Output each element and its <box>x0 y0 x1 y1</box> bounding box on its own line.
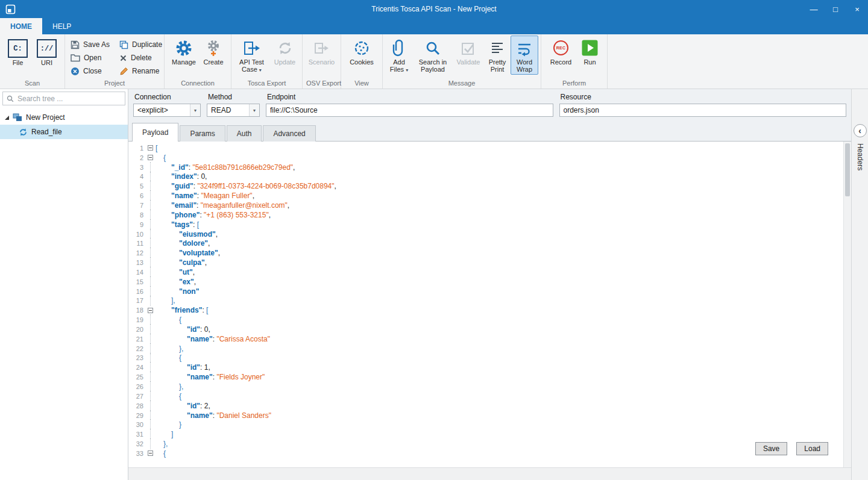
code-text[interactable]: [ <box>156 144 157 152</box>
save-as-button[interactable]: Save As <box>66 38 114 51</box>
uri-button[interactable]: :// URI <box>33 36 61 68</box>
duplicate-button[interactable]: Duplicate <box>115 38 166 51</box>
vertical-scrollbar-thumb[interactable] <box>845 143 850 196</box>
code-text[interactable]: } <box>156 420 181 429</box>
close-project-button[interactable]: Close <box>66 64 114 78</box>
code-text[interactable]: "name": "Carissa Acosta" <box>156 335 270 343</box>
pretty-print-button[interactable]: Pretty Print <box>484 36 511 75</box>
cookie-icon <box>353 39 370 57</box>
run-button[interactable]: Run <box>577 36 603 67</box>
code-text[interactable]: "ex", <box>156 278 196 286</box>
code-text[interactable]: "phone": "+1 (863) 553-3215", <box>156 211 271 219</box>
code-text[interactable]: "_id": "5e81c88b791c866eb29c79ed", <box>156 163 295 172</box>
code-text[interactable]: "eiusmod", <box>156 230 218 238</box>
line-number: 19 <box>128 316 145 323</box>
tab-advanced[interactable]: Advanced <box>263 125 315 142</box>
line-number: 4 <box>128 173 145 180</box>
code-text[interactable]: ], <box>156 296 175 305</box>
line-number: 13 <box>128 259 145 266</box>
payload-editor[interactable]: 1[2{3"_id": "5e81c88b791c866eb29c79ed",4… <box>128 142 851 467</box>
code-text[interactable]: "name": "Fields Joyner" <box>156 373 265 381</box>
code-text[interactable]: "name": "Meagan Fuller", <box>156 192 254 200</box>
tree-item-new-project[interactable]: New Project <box>0 110 128 125</box>
line-number: 22 <box>128 345 145 352</box>
cookies-button[interactable]: Cookies <box>345 36 379 67</box>
code-text[interactable]: }, <box>156 382 183 391</box>
chevron-down-icon[interactable]: ▾ <box>190 104 200 116</box>
fold-toggle-icon[interactable] <box>145 143 156 153</box>
code-text[interactable]: { <box>156 316 181 324</box>
editor-line: 20"id": 0, <box>128 325 851 334</box>
file-button[interactable]: C: File <box>4 36 33 68</box>
code-text[interactable]: }, <box>156 440 168 448</box>
code-text[interactable]: "id": 2, <box>156 402 210 410</box>
tab-help[interactable]: HELP <box>42 18 81 34</box>
code-text[interactable]: "id": 1, <box>156 363 210 372</box>
tab-auth[interactable]: Auth <box>227 125 262 142</box>
api-test-case-button[interactable]: API Test Case ▾ <box>234 36 270 76</box>
editor-line: 19{ <box>128 315 851 325</box>
fold-toggle-icon[interactable] <box>145 153 156 163</box>
code-text[interactable]: "ut", <box>156 268 195 276</box>
method-select[interactable]: READ ▾ <box>207 104 260 117</box>
tree-item-read-file[interactable]: Read_file <box>0 125 128 139</box>
search-in-payload-button[interactable]: Search in Payload <box>413 36 453 75</box>
sync-arrows-icon <box>277 39 294 57</box>
paperclip-icon <box>391 39 407 57</box>
ribbon-group-message: Add Files ▾ Search in Payload Validate <box>383 34 541 89</box>
save-button[interactable]: Save <box>755 442 787 455</box>
tree-expander-icon[interactable] <box>5 116 9 120</box>
code-text[interactable]: ] <box>156 430 173 438</box>
create-button[interactable]: Create <box>200 36 227 67</box>
minimize-button[interactable]: — <box>803 0 825 18</box>
headers-panel-toggle[interactable]: ‹ <box>854 124 867 137</box>
code-text[interactable]: "friends": [ <box>156 306 208 314</box>
code-text[interactable]: "name": "Daniel Sanders" <box>156 411 271 420</box>
close-button[interactable]: × <box>846 0 868 18</box>
scenario-arrow-icon <box>313 39 330 57</box>
code-text[interactable]: "dolore", <box>156 239 210 248</box>
open-button[interactable]: Open <box>66 51 114 64</box>
code-text[interactable]: "guid": "324f9ff1-0373-4224-b069-08c35b7… <box>156 182 336 190</box>
add-files-button[interactable]: Add Files ▾ <box>385 36 413 76</box>
resource-input[interactable] <box>559 104 847 117</box>
manage-button[interactable]: Manage <box>168 36 200 67</box>
tab-payload[interactable]: Payload <box>132 123 178 142</box>
code-text[interactable]: { <box>156 392 181 401</box>
code-text[interactable]: "culpa", <box>156 258 207 267</box>
code-text[interactable]: "voluptate", <box>156 249 220 257</box>
code-text[interactable]: "index": 0, <box>156 172 207 181</box>
connection-label: Connection <box>133 93 201 101</box>
horizontal-scrollbar[interactable] <box>128 467 851 480</box>
tab-params[interactable]: Params <box>180 125 225 142</box>
code-text[interactable]: "non" <box>156 287 199 296</box>
code-text[interactable]: "id": 0, <box>156 325 210 334</box>
maximize-button[interactable]: □ <box>825 0 846 18</box>
word-wrap-button[interactable]: Word Wrap <box>511 36 538 75</box>
ribbon-group-label-view: View <box>341 79 382 89</box>
line-number: 20 <box>128 326 145 333</box>
code-text[interactable]: }, <box>156 344 183 353</box>
editor-line: 21"name": "Carissa Acosta" <box>128 334 851 344</box>
fold-toggle-icon[interactable] <box>145 449 156 458</box>
record-button[interactable]: REC Record <box>546 36 577 67</box>
line-number: 33 <box>128 450 145 457</box>
delete-button[interactable]: Delete <box>115 51 166 64</box>
code-text[interactable]: { <box>156 154 166 162</box>
tab-home[interactable]: HOME <box>0 18 42 34</box>
endpoint-input[interactable] <box>266 104 553 117</box>
connection-select[interactable]: <explicit> ▾ <box>133 104 201 117</box>
fold-toggle-icon[interactable] <box>145 305 156 315</box>
code-text[interactable]: "tags": [ <box>156 220 199 229</box>
chevron-down-icon[interactable]: ▾ <box>249 104 259 116</box>
validate-button: Validate <box>453 36 484 67</box>
code-text[interactable]: "email": "meaganfuller@nixelt.com", <box>156 201 289 210</box>
vertical-scrollbar[interactable] <box>843 142 851 467</box>
code-text[interactable]: { <box>156 354 181 362</box>
code-text[interactable]: { <box>156 449 166 458</box>
load-button[interactable]: Load <box>796 442 828 455</box>
headers-panel-collapsed[interactable]: ‹ Headers <box>851 89 868 480</box>
rename-button[interactable]: Rename <box>115 64 166 78</box>
search-tree-input[interactable] <box>17 95 121 103</box>
line-number: 14 <box>128 269 145 276</box>
